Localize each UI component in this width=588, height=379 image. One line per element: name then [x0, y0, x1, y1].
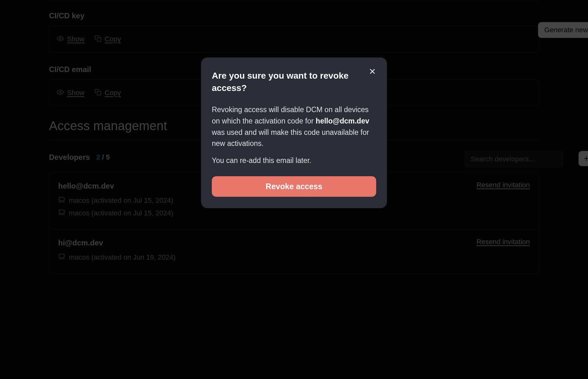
- modal-body-secondary: You can re-add this email later.: [212, 156, 376, 165]
- close-icon: [369, 71, 376, 76]
- revoke-access-modal: Are you sure you want to revoke access? …: [201, 57, 387, 208]
- modal-body: Revoking access will disable DCM on all …: [212, 104, 376, 149]
- revoke-access-button[interactable]: Revoke access: [212, 176, 376, 197]
- modal-title: Are you sure you want to revoke access?: [212, 69, 376, 94]
- close-button[interactable]: [369, 68, 377, 76]
- modal-overlay: Are you sure you want to revoke access? …: [0, 0, 588, 379]
